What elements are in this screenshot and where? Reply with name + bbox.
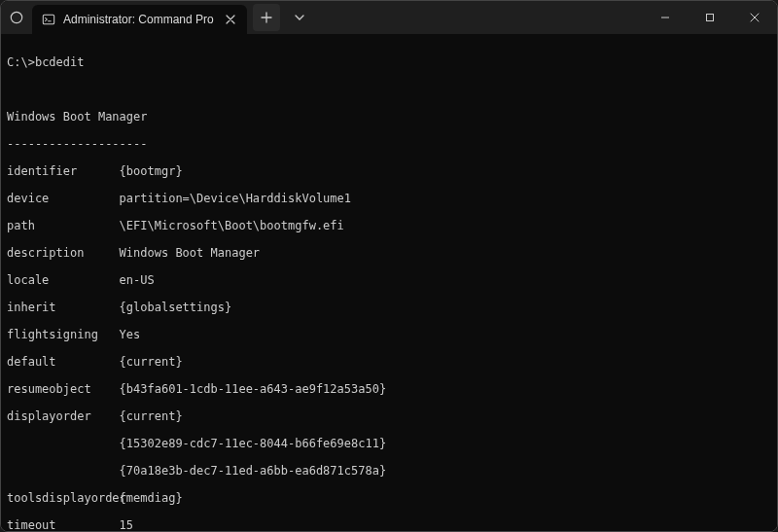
close-button[interactable] <box>732 1 777 34</box>
kv-key: default <box>7 355 120 369</box>
new-tab-button[interactable] <box>253 4 280 31</box>
kv-key <box>7 437 120 450</box>
kv-key: timeout <box>7 518 120 531</box>
svg-rect-2 <box>707 15 714 21</box>
kv-val: \EFI\Microsoft\Boot\bootmgfw.efi <box>120 219 344 232</box>
kv-key: toolsdisplayorder <box>7 491 120 505</box>
terminal-output[interactable]: C:\>bcdedit Windows Boot Manager -------… <box>1 34 777 531</box>
minimize-button[interactable] <box>643 1 688 34</box>
svg-point-0 <box>11 12 21 22</box>
kv-key: identifier <box>7 164 120 178</box>
kv-key <box>7 464 120 478</box>
svg-rect-1 <box>43 15 53 24</box>
maximize-button[interactable] <box>688 1 732 34</box>
kv-key: device <box>7 192 120 205</box>
kv-key: resumeobject <box>7 382 120 396</box>
kv-val: en-US <box>120 273 155 287</box>
kv-key: path <box>7 219 120 232</box>
kv-val: {bootmgr} <box>120 164 183 178</box>
tab-active[interactable]: Administrator: Command Pro <box>32 5 247 34</box>
kv-val: {current} <box>120 355 183 369</box>
kv-val: {70a18e3b-dec7-11ed-a6bb-ea6d871c578a} <box>120 464 387 478</box>
titlebar[interactable]: Administrator: Command Pro <box>1 1 777 34</box>
titlebar-left: Administrator: Command Pro <box>1 1 643 34</box>
kv-key: displayorder <box>7 409 120 423</box>
tab-title: Administrator: Command Pro <box>63 13 214 26</box>
section-header: Windows Boot Manager <box>7 110 148 124</box>
kv-val: partition=\Device\HarddiskVolume1 <box>120 192 351 205</box>
kv-val: {current} <box>120 409 183 423</box>
kv-val: 15 <box>120 518 133 531</box>
kv-key: description <box>7 246 120 260</box>
kv-val: {b43fa601-1cdb-11ee-a643-ae9f12a53a50} <box>120 382 387 396</box>
kv-key: inherit <box>7 301 120 314</box>
kv-key: flightsigning <box>7 328 120 341</box>
kv-val: {memdiag} <box>120 491 183 505</box>
tab-close-button[interactable] <box>222 11 239 28</box>
kv-val: Windows Boot Manager <box>120 246 261 260</box>
kv-key: locale <box>7 273 120 287</box>
command: bcdedit <box>35 55 85 69</box>
kv-val: {15302e89-cdc7-11ec-8044-b66fe69e8c11} <box>120 437 387 450</box>
prompt: C:\> <box>7 55 35 69</box>
kv-val: Yes <box>120 328 141 341</box>
terminal-window: Administrator: Command Pro <box>0 0 778 532</box>
kv-val: {globalsettings} <box>120 301 232 314</box>
section-rule: -------------------- <box>7 137 148 151</box>
terminal-app-icon <box>1 11 32 24</box>
window-controls <box>643 1 777 34</box>
cmd-icon <box>42 13 55 26</box>
tab-dropdown-button[interactable] <box>286 4 313 31</box>
